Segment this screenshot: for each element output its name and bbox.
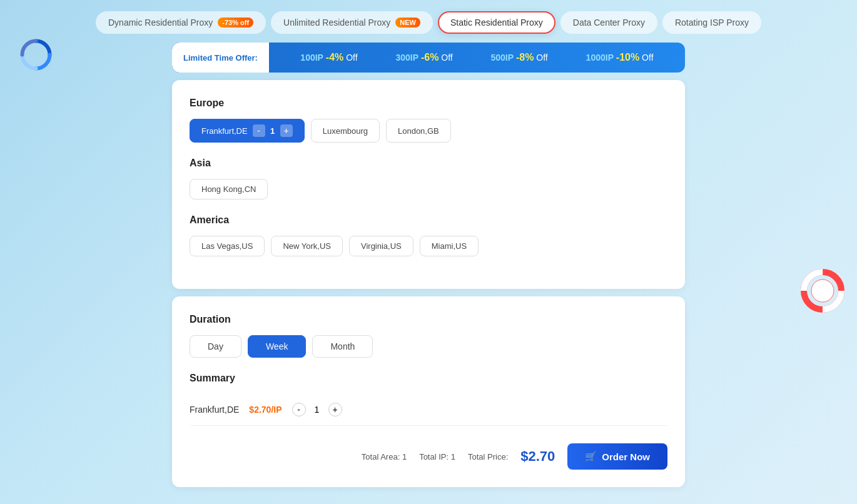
nav-item-label-static: Static Residential Proxy [450,18,543,28]
qty-plus-frankfurt[interactable]: + [280,124,293,137]
location-btn-london[interactable]: London,GB [386,119,451,143]
region-america: AmericaLas Vegas,USNew York,USVirginia,U… [190,214,667,256]
location-label-luxembourg: Luxembourg [323,126,368,136]
nav-item-static[interactable]: Static Residential Proxy [438,11,555,34]
location-label-lasvegas: Las Vegas,US [201,241,253,251]
location-btn-lasvegas[interactable]: Las Vegas,US [190,236,265,256]
location-btn-luxembourg[interactable]: Luxembourg [311,119,380,143]
summary-section: Summary Frankfurt,DE $2.70/IP - 1 + Tota… [190,373,667,470]
summary-row: Frankfurt,DE $2.70/IP - 1 + [190,394,667,426]
promo-off: Off [642,53,653,63]
qty-minus-frankfurt[interactable]: - [253,124,265,137]
location-grid-europe: Frankfurt,DE - 1 + LuxembourgLondon,GB [190,119,667,143]
promo-offer: 1000IP -10% Off [586,52,654,63]
main-content: Limited Time Offer: 100IP -4% Off300IP -… [160,43,697,504]
location-btn-virginia[interactable]: Virginia,US [349,236,413,256]
promo-ip: 100IP [300,53,323,63]
location-label-london: London,GB [398,126,439,136]
promo-off: Off [441,53,452,63]
location-label-miami: Miami,US [432,241,467,251]
summary-location: Frankfurt,DE [190,405,239,415]
location-btn-frankfurt[interactable]: Frankfurt,DE - 1 + [190,119,305,143]
total-area-stat: Total Area: 1 [362,452,407,461]
summary-qty-minus[interactable]: - [292,403,306,416]
promo-ip: 500IP [491,53,514,63]
duration-section: Duration DayWeekMonth [190,314,667,358]
location-btn-miami[interactable]: Miami,US [420,236,479,256]
nav-item-dynamic[interactable]: Dynamic Residential Proxy-73% off [96,11,266,34]
summary-items: Frankfurt,DE $2.70/IP - 1 + [190,394,667,426]
summary-qty-controls: - 1 + [292,403,342,416]
promo-off: Off [536,53,547,63]
location-btn-hongkong[interactable]: Hong Kong,CN [190,179,268,199]
region-title-america: America [190,214,667,226]
duration-title: Duration [190,314,667,325]
nav-badge-unlimited: NEW [395,18,420,28]
cart-icon: 🛒 [585,451,597,462]
promo-off: Off [346,53,357,63]
footer-stats: Total Area: 1 Total IP: 1 Total Price: [362,452,508,461]
location-grid-asia: Hong Kong,CN [190,179,667,199]
duration-btn-month[interactable]: Month [312,335,373,358]
promo-ip: 300IP [395,53,418,63]
location-grid-america: Las Vegas,USNew York,USVirginia,USMiami,… [190,236,667,256]
promo-banner: Limited Time Offer: 100IP -4% Off300IP -… [172,43,685,73]
footer-row: Total Area: 1 Total IP: 1 Total Price: $… [190,431,667,470]
nav-item-label-datacenter: Data Center Proxy [573,18,645,28]
duration-summary-panel: Duration DayWeekMonth Summary Frankfurt,… [172,296,685,487]
top-nav: Dynamic Residential Proxy-73% offUnlimit… [0,0,857,43]
nav-item-label-dynamic: Dynamic Residential Proxy [108,18,213,28]
promo-offer: 100IP -4% Off [300,52,357,63]
nav-item-unlimited[interactable]: Unlimited Residential ProxyNEW [271,11,433,34]
duration-btn-day[interactable]: Day [190,335,241,358]
promo-offer: 500IP -8% Off [491,52,548,63]
qty-value-frankfurt: 1 [268,126,278,136]
promo-discount: -8% [516,52,534,63]
summary-title: Summary [190,373,667,384]
order-now-button[interactable]: 🛒 Order Now [567,443,667,470]
summary-qty-plus[interactable]: + [328,403,342,416]
promo-offer: 300IP -6% Off [395,52,452,63]
nav-item-label-rotating: Rotating ISP Proxy [675,18,749,28]
summary-qty-value: 1 [311,405,323,415]
order-btn-label: Order Now [602,451,650,462]
nav-item-rotating[interactable]: Rotating ISP Proxy [662,11,761,34]
location-label-hongkong: Hong Kong,CN [201,184,256,194]
summary-item-price: $2.70/IP [249,405,281,415]
nav-item-label-unlimited: Unlimited Residential Proxy [283,18,390,28]
duration-grid: DayWeekMonth [190,335,667,358]
promo-offers: 100IP -4% Off300IP -6% Off500IP -8% Off1… [269,52,685,63]
region-title-europe: Europe [190,98,667,109]
region-asia: AsiaHong Kong,CN [190,158,667,199]
promo-label: Limited Time Offer: [172,43,269,73]
lifebuoy-icon [801,269,844,313]
promo-discount: -10% [616,52,639,63]
duration-btn-week[interactable]: Week [248,335,307,358]
qty-controls-frankfurt: - 1 + [253,124,293,137]
promo-discount: -6% [421,52,439,63]
total-price: $2.70 [520,448,555,465]
promo-discount: -4% [326,52,343,63]
logo-icon [19,38,56,75]
region-title-asia: Asia [190,158,667,169]
region-europe: EuropeFrankfurt,DE - 1 + LuxembourgLondo… [190,98,667,143]
promo-ip: 1000IP [586,53,614,63]
location-label-newyork: New York,US [283,241,331,251]
location-btn-newyork[interactable]: New York,US [271,236,343,256]
location-label-frankfurt: Frankfurt,DE [201,126,248,136]
total-price-label: Total Price: [468,452,508,461]
regions-container: EuropeFrankfurt,DE - 1 + LuxembourgLondo… [190,98,667,256]
location-label-virginia: Virginia,US [361,241,402,251]
nav-badge-dynamic: -73% off [218,18,253,28]
total-ip-stat: Total IP: 1 [419,452,455,461]
nav-item-datacenter[interactable]: Data Center Proxy [560,11,657,34]
locations-panel: EuropeFrankfurt,DE - 1 + LuxembourgLondo… [172,80,685,289]
